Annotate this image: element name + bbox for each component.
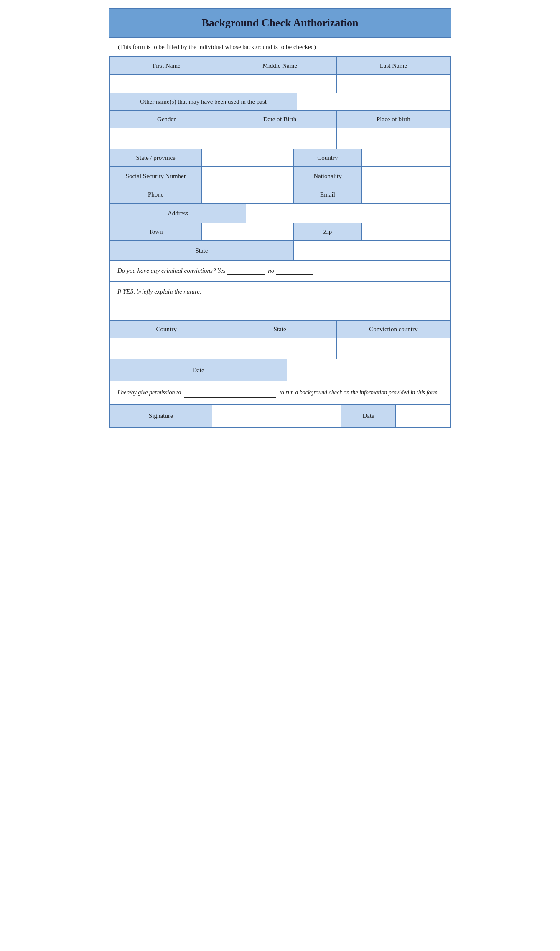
state-row: State xyxy=(110,241,451,261)
town-input[interactable] xyxy=(202,223,294,240)
nationality-label: Nationality xyxy=(294,167,362,186)
first-name-input[interactable] xyxy=(110,75,223,93)
conviction-state-label: State xyxy=(223,321,336,338)
last-name-input[interactable] xyxy=(336,75,450,93)
explain-label: If YES, briefly explain the nature: xyxy=(117,288,202,295)
last-name-label: Last Name xyxy=(336,57,450,75)
country-input[interactable] xyxy=(361,149,450,166)
date-label: Date xyxy=(110,359,287,381)
form-container: Background Check Authorization (This for… xyxy=(109,8,451,428)
signature-label: Signature xyxy=(110,405,212,427)
phone-label: Phone xyxy=(110,186,202,203)
phone-email-row: Phone Email xyxy=(110,186,451,204)
form-table: First Name Middle Name Last Name Other n… xyxy=(109,57,451,427)
no-label: no xyxy=(268,267,315,274)
town-zip-row: Town Zip xyxy=(110,223,451,241)
ssn-nationality-row: Social Security Number Nationality xyxy=(110,167,451,186)
permission-row: I hereby give permission to to run a bac… xyxy=(110,381,451,405)
zip-label: Zip xyxy=(294,223,362,240)
criminal-question: Do you have any criminal convictions? xyxy=(117,267,216,274)
state-province-input[interactable] xyxy=(202,149,294,166)
address-input[interactable] xyxy=(246,204,450,223)
criminal-question-row: Do you have any criminal convictions? Ye… xyxy=(110,261,451,282)
country-header-label: Country xyxy=(294,149,362,166)
place-of-birth-input[interactable] xyxy=(336,128,450,149)
middle-name-input[interactable] xyxy=(223,75,336,93)
state-label: State xyxy=(110,241,294,260)
state-input[interactable] xyxy=(294,241,450,260)
place-of-birth-label: Place of birth xyxy=(336,111,450,128)
conviction-input-row xyxy=(110,338,451,359)
address-row: Address xyxy=(110,204,451,223)
subtitle-text: (This form is to be filled by the indivi… xyxy=(118,43,316,50)
yes-label: Yes xyxy=(217,267,266,274)
permission-before: I hereby give permission to xyxy=(117,389,181,396)
permission-after: to run a background check on the informa… xyxy=(280,389,439,396)
zip-input[interactable] xyxy=(361,223,450,240)
other-names-input[interactable] xyxy=(297,93,450,110)
email-input[interactable] xyxy=(361,186,450,203)
conviction-country-label: Country xyxy=(110,321,223,338)
form-title: Background Check Authorization xyxy=(109,9,451,38)
name-input-row xyxy=(110,75,451,93)
dob-input[interactable] xyxy=(223,128,336,149)
first-name-label: First Name xyxy=(110,57,223,75)
personal-input-row xyxy=(110,128,451,149)
gender-label: Gender xyxy=(110,111,223,128)
nationality-input[interactable] xyxy=(361,167,450,186)
conviction-country-col-label: Conviction country xyxy=(336,321,450,338)
state-province-label: State / province xyxy=(110,149,202,166)
dob-label: Date of Birth xyxy=(223,111,336,128)
gender-input[interactable] xyxy=(110,128,223,149)
conviction-country-input[interactable] xyxy=(110,338,223,359)
signature-date-row: Signature Date xyxy=(110,405,451,427)
name-label-row: First Name Middle Name Last Name xyxy=(110,57,451,75)
email-label: Email xyxy=(294,186,362,203)
conviction-label-row: Country State Conviction country xyxy=(110,321,451,338)
state-country-row: State / province Country xyxy=(110,149,451,167)
date-input2[interactable] xyxy=(396,405,450,427)
address-label: Address xyxy=(110,204,246,223)
town-label: Town xyxy=(110,223,202,240)
signature-input[interactable] xyxy=(212,405,341,427)
ssn-label: Social Security Number xyxy=(110,167,202,186)
personal-label-row: Gender Date of Birth Place of birth xyxy=(110,111,451,128)
conviction-state-input[interactable] xyxy=(223,338,336,359)
other-names-label: Other name(s) that may have been used in… xyxy=(110,93,297,110)
explain-row: If YES, briefly explain the nature: xyxy=(110,282,451,321)
other-names-row: Other name(s) that may have been used in… xyxy=(110,93,451,111)
date-label2: Date xyxy=(341,405,396,427)
subtitle-row: (This form is to be filled by the indivi… xyxy=(109,38,451,57)
date-row: Date xyxy=(110,359,451,381)
middle-name-label: Middle Name xyxy=(223,57,336,75)
phone-input[interactable] xyxy=(202,186,294,203)
conviction-country-val-input[interactable] xyxy=(336,338,450,359)
ssn-input[interactable] xyxy=(202,167,294,186)
date-input[interactable] xyxy=(287,359,450,381)
